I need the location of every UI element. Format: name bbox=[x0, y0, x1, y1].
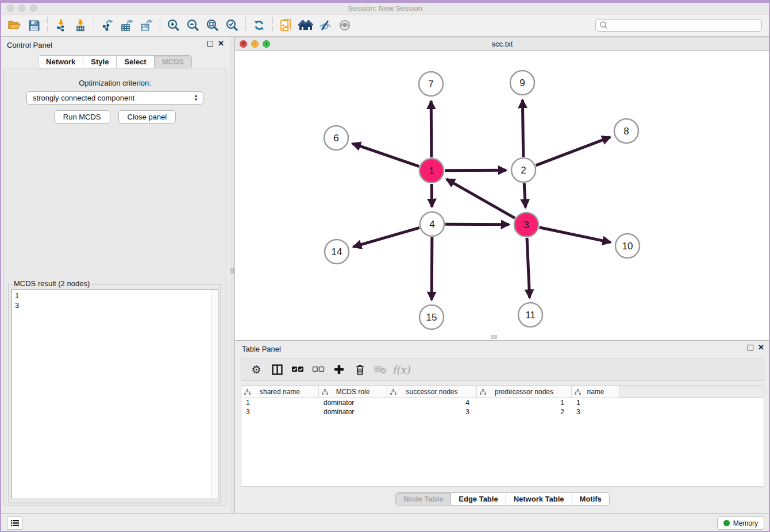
column-header-successor-nodes[interactable]: successor nodes bbox=[387, 386, 477, 398]
window-frame bbox=[0, 0, 1, 532]
refresh-icon[interactable] bbox=[249, 17, 269, 34]
table-row[interactable]: 3dominator323 bbox=[241, 407, 764, 417]
mcds-result-textarea[interactable]: 13 bbox=[11, 289, 218, 499]
tab-motifs[interactable]: Motifs bbox=[572, 493, 609, 505]
tab-edge-table[interactable]: Edge Table bbox=[451, 493, 506, 505]
edge-4-15[interactable] bbox=[432, 237, 432, 300]
import-table-icon[interactable] bbox=[71, 17, 90, 34]
table-cell: 3 bbox=[241, 407, 319, 417]
import-network-icon[interactable] bbox=[51, 17, 71, 34]
mcds-result-line: 1 bbox=[15, 291, 215, 300]
first-neighbors-icon[interactable] bbox=[296, 17, 315, 34]
column-header-predecessor-nodes[interactable]: predecessor nodes bbox=[477, 386, 572, 398]
network-window-titlebar: ✕ − ＋ scc.txt bbox=[235, 37, 769, 51]
tab-mcds[interactable]: MCDS bbox=[155, 56, 191, 68]
optimization-criterion-select[interactable]: strongly connected component ▲▼ bbox=[26, 91, 203, 105]
node-label: 4 bbox=[429, 219, 434, 230]
panel-splitter[interactable] bbox=[230, 37, 234, 513]
toolbar-separator bbox=[94, 17, 94, 33]
tab-style[interactable]: Style bbox=[83, 56, 117, 68]
close-panel-button[interactable]: Close panel bbox=[118, 110, 176, 124]
zoom-fit-icon[interactable] bbox=[203, 17, 222, 34]
edge-3-11[interactable] bbox=[527, 238, 530, 298]
edge-2-3[interactable] bbox=[524, 183, 525, 207]
node-table: shared nameMCDS rolesuccessor nodesprede… bbox=[241, 385, 764, 487]
toolbar-separator bbox=[47, 17, 48, 33]
zoom-out-icon[interactable] bbox=[183, 17, 203, 34]
edge-1-2[interactable] bbox=[445, 170, 506, 171]
search-icon bbox=[599, 20, 609, 30]
float-table-panel-icon[interactable] bbox=[748, 345, 753, 350]
table-panel-tabs: Node TableEdge TableNetwork TableMotifs bbox=[395, 492, 610, 506]
network-canvas[interactable]: 7968124314101511 bbox=[235, 51, 769, 340]
open-file-icon[interactable] bbox=[5, 17, 24, 34]
hide-selected-icon[interactable] bbox=[315, 17, 335, 34]
export-image-icon[interactable] bbox=[137, 17, 156, 34]
scrollbar[interactable] bbox=[211, 290, 218, 499]
run-mcds-button[interactable]: Run MCDS bbox=[54, 110, 110, 124]
node-label: 11 bbox=[525, 310, 536, 321]
delete-table-icon[interactable] bbox=[370, 360, 391, 379]
add-column-icon[interactable] bbox=[329, 360, 349, 379]
control-panel-header: Control Panel ✕ bbox=[0, 37, 230, 53]
edge-3-1[interactable] bbox=[446, 179, 515, 218]
tab-network[interactable]: Network bbox=[38, 56, 83, 68]
table-cell: 1 bbox=[477, 398, 572, 407]
select-all-icon[interactable] bbox=[287, 360, 308, 379]
export-table-icon[interactable] bbox=[117, 17, 137, 34]
save-session-icon[interactable] bbox=[24, 17, 44, 34]
mcds-result-line: 3 bbox=[15, 300, 215, 310]
column-header-name[interactable]: name bbox=[572, 386, 620, 398]
memory-button[interactable]: Memory bbox=[717, 516, 764, 530]
chevron-up-down-icon: ▲▼ bbox=[194, 94, 198, 102]
status-bar: Memory bbox=[0, 513, 770, 532]
column-label: predecessor nodes bbox=[495, 388, 553, 396]
window-frame bbox=[0, 0, 770, 3]
edge-3-10[interactable] bbox=[540, 228, 611, 242]
network-title: scc.txt bbox=[235, 40, 769, 48]
scrollbar-thumb[interactable] bbox=[491, 335, 497, 339]
close-table-panel-icon[interactable]: ✕ bbox=[758, 345, 764, 350]
close-panel-icon[interactable]: ✕ bbox=[218, 41, 224, 47]
unselect-all-icon[interactable] bbox=[308, 360, 329, 379]
zoom-in-icon[interactable] bbox=[164, 17, 183, 34]
export-network-icon[interactable] bbox=[98, 17, 117, 34]
edge-2-9[interactable] bbox=[522, 100, 523, 157]
search-field[interactable] bbox=[595, 19, 762, 32]
search-input[interactable] bbox=[609, 21, 761, 29]
network-view-window: ✕ − ＋ scc.txt 7968124314101511 bbox=[234, 37, 770, 341]
edge-2-8[interactable] bbox=[536, 137, 610, 165]
show-all-icon[interactable] bbox=[335, 17, 355, 34]
splitter-handle[interactable] bbox=[230, 268, 234, 273]
edge-4-3[interactable] bbox=[445, 224, 509, 225]
table-row[interactable]: 1dominator411 bbox=[241, 398, 764, 407]
edge-1-7[interactable] bbox=[431, 101, 432, 157]
column-settings-icon[interactable]: ⚙ bbox=[246, 360, 267, 379]
function-builder-icon[interactable]: f(x) bbox=[391, 360, 411, 379]
table-cell: 1 bbox=[241, 398, 319, 407]
column-label: MCDS role bbox=[336, 388, 370, 396]
app-titlebar: Session: New Session bbox=[0, 3, 770, 14]
edge-1-6[interactable] bbox=[352, 144, 419, 167]
table-cell: 3 bbox=[572, 407, 620, 417]
new-network-from-selection-icon[interactable] bbox=[276, 17, 296, 34]
tab-node-table[interactable]: Node Table bbox=[396, 493, 451, 505]
node-label: 8 bbox=[623, 126, 629, 137]
node-label: 3 bbox=[523, 219, 529, 230]
delete-column-icon[interactable] bbox=[349, 360, 370, 379]
column-header-MCDS-role[interactable]: MCDS role bbox=[319, 386, 387, 398]
task-history-button[interactable] bbox=[7, 516, 22, 530]
column-header-shared-name[interactable]: shared name bbox=[241, 386, 319, 398]
edge-4-14[interactable] bbox=[353, 228, 419, 246]
split-table-icon[interactable] bbox=[267, 360, 287, 379]
float-panel-icon[interactable] bbox=[207, 41, 213, 47]
zoom-selected-icon[interactable] bbox=[222, 17, 242, 34]
tab-select[interactable]: Select bbox=[117, 56, 154, 68]
tab-network-table[interactable]: Network Table bbox=[506, 493, 572, 505]
column-label: shared name bbox=[260, 388, 300, 396]
column-label: successor nodes bbox=[406, 388, 457, 396]
node-label: 15 bbox=[426, 312, 437, 323]
node-label: 2 bbox=[521, 165, 526, 176]
control-panel-title: Control Panel bbox=[7, 41, 52, 49]
node-label: 14 bbox=[332, 246, 342, 257]
